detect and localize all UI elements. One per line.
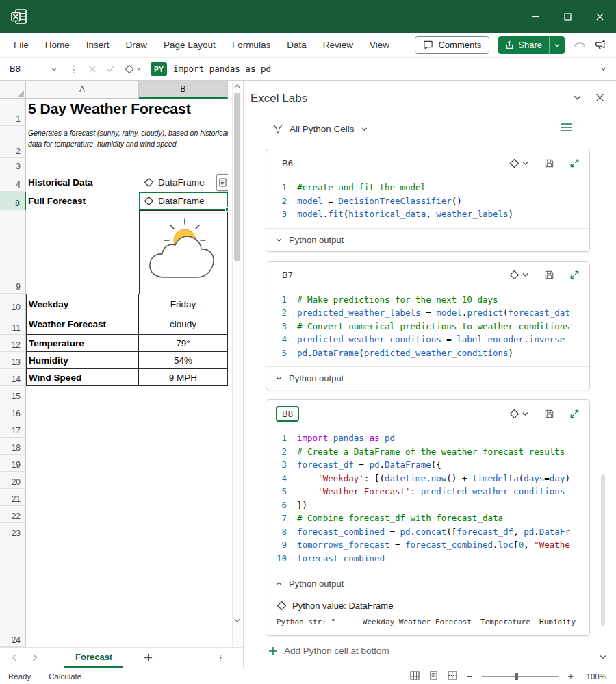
tab-review[interactable]: Review — [315, 33, 361, 58]
cancel-entry-icon[interactable] — [84, 65, 101, 73]
cell[interactable] — [139, 472, 228, 489]
expand-editor-icon[interactable] — [569, 409, 580, 419]
row-header-18[interactable]: 18 — [0, 438, 26, 455]
row-header-17[interactable]: 17 — [0, 420, 26, 438]
zoom-slider[interactable] — [482, 676, 559, 677]
row-header-24[interactable]: 24 — [0, 540, 26, 647]
cell-B14[interactable]: 9 MPH — [139, 369, 228, 386]
cell[interactable] — [26, 403, 139, 420]
code-line[interactable]: 3# Convert numerical predictions to weat… — [266, 320, 589, 333]
row-header-9[interactable]: 9 — [0, 210, 26, 294]
code-line[interactable]: 10forecast_combined — [266, 552, 589, 566]
page-layout-view-icon[interactable] — [429, 671, 438, 681]
cell[interactable] — [139, 455, 228, 472]
cell[interactable] — [139, 523, 228, 540]
card-cell-ref[interactable]: B6 — [276, 155, 299, 171]
code-editor[interactable]: 1# Make predictions for the next 10 days… — [266, 289, 589, 367]
code-line[interactable]: 1import pandas as pd — [266, 431, 589, 445]
python-output-toggle[interactable]: Python output — [266, 572, 589, 595]
cell[interactable] — [139, 540, 228, 647]
row-header-12[interactable]: 12 — [0, 335, 26, 352]
row-header-16[interactable]: 16 — [0, 403, 26, 420]
fill-handle[interactable] — [225, 207, 228, 212]
panel-close-icon[interactable] — [595, 92, 604, 105]
code-line[interactable]: 5pd.DataFrame(predicted_weather_conditio… — [266, 346, 589, 360]
cell[interactable] — [26, 455, 139, 472]
cell-B13[interactable]: 54% — [139, 352, 228, 369]
value-type-dropdown[interactable] — [509, 158, 529, 168]
zoom-level[interactable]: 100% — [583, 672, 606, 681]
row-header-23[interactable]: 23 — [0, 523, 26, 540]
normal-view-icon[interactable] — [410, 671, 420, 681]
share-button[interactable]: Share — [498, 36, 565, 54]
code-editor[interactable]: 1#create and fit the model2model = Decis… — [266, 177, 589, 228]
formula-input[interactable]: import pandas as pd — [173, 64, 271, 74]
column-header-A[interactable]: A — [26, 81, 139, 99]
code-editor[interactable]: 1import pandas as pd2# Create a DataFram… — [266, 427, 589, 572]
tab-view[interactable]: View — [361, 33, 398, 58]
code-line[interactable]: 4predicted_weather_conditions = label_en… — [266, 333, 589, 346]
tab-file[interactable]: File — [5, 33, 37, 58]
value-type-dropdown[interactable] — [509, 270, 529, 280]
cell[interactable] — [26, 523, 139, 540]
cell-B10[interactable]: Friday — [139, 294, 228, 314]
cell[interactable] — [26, 386, 139, 403]
code-line[interactable]: 5 'Weather Forecast': predicted_weather_… — [266, 485, 589, 498]
row-header-4[interactable]: 4 — [0, 173, 26, 192]
row-header-19[interactable]: 19 — [0, 455, 26, 472]
code-line[interactable]: 3model.fit(historical_data, weather_labe… — [266, 207, 589, 221]
cell[interactable] — [26, 438, 139, 455]
zoom-out-icon[interactable]: − — [467, 671, 472, 682]
row-header-20[interactable]: 20 — [0, 472, 26, 489]
cell-A8[interactable]: Full Forecast — [26, 192, 139, 210]
cell[interactable] — [26, 540, 139, 647]
tab-page-layout[interactable]: Page Layout — [155, 33, 224, 58]
python-value-menu-icon[interactable] — [120, 64, 146, 74]
expand-formula-bar-icon[interactable] — [600, 65, 607, 73]
panel-collapse-icon[interactable] — [573, 92, 582, 105]
save-to-grid-icon[interactable] — [544, 270, 554, 280]
panel-scrollbar[interactable] — [599, 119, 607, 658]
cell[interactable] — [26, 472, 139, 489]
cell[interactable] — [139, 386, 228, 403]
feedback-megaphone-icon[interactable] — [595, 39, 606, 51]
tab-home[interactable]: Home — [37, 33, 78, 58]
cell[interactable] — [139, 403, 228, 420]
code-line[interactable]: 9tomorrows_forecast = forecast_combined.… — [266, 538, 589, 552]
maximize-button[interactable] — [552, 0, 584, 33]
code-line[interactable]: 3forecast_df = pd.DataFrame({ — [266, 458, 589, 472]
row-header-3[interactable]: 3 — [0, 158, 26, 173]
zoom-in-icon[interactable]: + — [568, 671, 574, 682]
code-line[interactable]: 8forecast_combined = pd.concat([forecast… — [266, 525, 589, 539]
name-box-chevron-icon[interactable] — [51, 66, 57, 73]
cell-B11[interactable]: cloudy — [139, 314, 228, 335]
cell[interactable] — [139, 420, 228, 438]
status-calculate[interactable]: Calculate — [49, 672, 81, 681]
row-header-14[interactable]: 14 — [0, 369, 26, 386]
row-header-13[interactable]: 13 — [0, 352, 26, 369]
row-header-22[interactable]: 22 — [0, 506, 26, 523]
code-line[interactable]: 6}) — [266, 498, 589, 512]
cell[interactable] — [139, 438, 228, 455]
name-box[interactable]: B8 — [0, 58, 64, 80]
code-line[interactable]: 4 'Weekday': [(datetime.now() + timedelt… — [266, 472, 589, 485]
copilot-icon[interactable] — [574, 39, 586, 51]
select-all-corner[interactable] — [0, 81, 26, 99]
show-dataframe-card-button[interactable] — [216, 174, 228, 191]
row-header-15[interactable]: 15 — [0, 386, 26, 403]
share-dropdown-chevron[interactable] — [549, 36, 565, 54]
cell-B9[interactable] — [139, 210, 228, 294]
cell[interactable] — [26, 506, 139, 523]
expand-editor-icon[interactable] — [569, 158, 580, 168]
value-type-dropdown[interactable] — [509, 409, 529, 419]
column-header-B[interactable]: B — [139, 81, 228, 99]
code-line[interactable]: 2predicted_weather_labels = model.predic… — [266, 306, 589, 320]
scroll-up-icon[interactable] — [233, 84, 242, 88]
python-output-toggle[interactable]: Python output — [266, 228, 589, 251]
row-header-2[interactable]: 2 — [0, 126, 26, 158]
card-cell-ref[interactable]: B7 — [276, 267, 299, 283]
panel-menu-icon[interactable] — [560, 123, 572, 132]
cell[interactable] — [139, 506, 228, 523]
cell[interactable] — [139, 489, 228, 506]
cell[interactable] — [26, 210, 139, 294]
